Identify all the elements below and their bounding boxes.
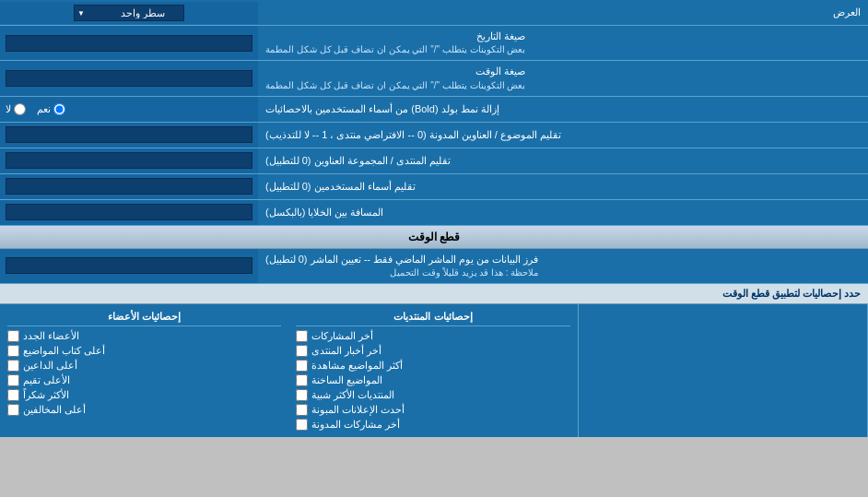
date-format-row: صيغة التاريخ بعض التكوينات يتطلب "/" الت…	[0, 26, 868, 61]
checkboxes-grid: إحصائيات المنتديات أخر المشاركات أخر أخب…	[0, 304, 868, 437]
time-format-input[interactable]: H:i	[6, 70, 252, 87]
checkbox-hot-topics[interactable]	[296, 374, 308, 386]
display-label: العرض	[258, 3, 868, 22]
checkboxes-col-forums: إحصائيات المنتديات أخر المشاركات أخر أخب…	[288, 304, 578, 437]
subject-align-row: تقليم الموضوع / العناوين المدونة (0 -- ا…	[0, 123, 868, 148]
bold-remove-label: إزالة نمط بولد (Bold) من أسماء المستخدمي…	[258, 97, 868, 122]
bold-remove-input-cell: نعم لا	[0, 97, 258, 122]
forum-align-input[interactable]: 33	[6, 152, 252, 169]
checkbox-label[interactable]: أخر المشاركات	[311, 330, 373, 342]
checkbox-item: الأعضاء الجدد	[7, 330, 281, 342]
username-align-input-cell: 0	[0, 174, 258, 199]
radio-yes-label[interactable]: نعم	[37, 103, 65, 115]
subject-align-input-cell: 33	[0, 123, 258, 148]
date-format-input[interactable]: d-m	[6, 35, 252, 52]
username-align-input[interactable]: 0	[6, 178, 252, 195]
date-format-label: صيغة التاريخ بعض التكوينات يتطلب "/" الت…	[258, 26, 868, 60]
checkbox-item: الأكثر شكراً	[7, 389, 281, 401]
checkbox-new-members[interactable]	[7, 330, 19, 342]
bold-remove-row: إزالة نمط بولد (Bold) من أسماء المستخدمي…	[0, 97, 868, 123]
checkbox-last-posts[interactable]	[296, 330, 308, 342]
forum-align-row: تقليم المنتدى / المجموعة العناوين (0 للت…	[0, 148, 868, 174]
display-row: العرض سطر واحد سطرين ثلاثة أسطر	[0, 0, 868, 26]
username-align-label: تقليم أسماء المستخدمين (0 للتطبيل)	[258, 174, 868, 199]
checkbox-item: المنتديات الأكثر شبية	[296, 389, 569, 401]
checkbox-label[interactable]: الأعضاء الجدد	[23, 330, 79, 342]
checkbox-label[interactable]: أعلى المخالفين	[23, 404, 86, 416]
stats-header: حدد إحصاليات لتطبيق قطع الوقت	[0, 284, 868, 304]
radio-no[interactable]	[14, 103, 26, 115]
checkbox-latest-announcements[interactable]	[296, 404, 308, 416]
checkboxes-col-members: إحصائيات الأعضاء الأعضاء الجدد أعلى كتاب…	[0, 304, 288, 437]
cell-spacing-input-cell: 2	[0, 200, 258, 225]
checkbox-label[interactable]: أحدث الإعلانات المبونة	[311, 404, 405, 416]
date-format-input-cell: d-m	[0, 26, 258, 60]
checkbox-most-thanked[interactable]	[7, 389, 19, 401]
display-input-cell: سطر واحد سطرين ثلاثة أسطر	[0, 2, 258, 24]
checkbox-top-violators[interactable]	[7, 404, 19, 416]
checkbox-blog-posts[interactable]	[296, 419, 308, 431]
radio-yes[interactable]	[53, 103, 65, 115]
checkbox-label[interactable]: الأعلى تقيم	[23, 374, 70, 386]
checkbox-label[interactable]: أخر أخبار المنتدى	[311, 345, 381, 357]
checkbox-most-active-forums[interactable]	[296, 389, 308, 401]
forum-align-input-cell: 33	[0, 148, 258, 173]
checkbox-item: أكثر المواضيع مشاهدة	[296, 360, 569, 372]
cell-spacing-row: المسافة بين الخلايا (بالبكسل) 2	[0, 200, 868, 226]
cell-spacing-input[interactable]: 2	[6, 204, 252, 220]
checkbox-label[interactable]: أعلى الداعين	[23, 360, 77, 372]
checkbox-item: المواضيع الساخنة	[296, 374, 569, 386]
subject-align-input[interactable]: 33	[6, 126, 252, 143]
checkbox-item: أخر المشاركات	[296, 330, 569, 342]
cutoff-label: فرز البيانات من يوم الماشر الماضي فقط --…	[258, 249, 868, 283]
checkbox-item: الأعلى تقيم	[7, 374, 281, 386]
subject-align-label: تقليم الموضوع / العناوين المدونة (0 -- ا…	[258, 123, 868, 148]
display-select[interactable]: سطر واحد سطرين ثلاثة أسطر	[74, 5, 184, 21]
display-select-wrapper: سطر واحد سطرين ثلاثة أسطر	[74, 5, 184, 21]
checkbox-top-writers[interactable]	[7, 345, 19, 357]
col-members-header: إحصائيات الأعضاء	[7, 308, 281, 326]
main-container: العرض سطر واحد سطرين ثلاثة أسطر صيغة الت…	[0, 0, 868, 437]
checkbox-label[interactable]: المنتديات الأكثر شبية	[311, 389, 394, 401]
checkbox-label[interactable]: أكثر المواضيع مشاهدة	[311, 360, 403, 372]
radio-no-label[interactable]: لا	[6, 103, 26, 115]
checkbox-top-inviters[interactable]	[7, 360, 19, 372]
time-format-label: صيغة الوقت بعض التكوينات يتطلب "/" التي …	[258, 61, 868, 95]
username-align-row: تقليم أسماء المستخدمين (0 للتطبيل) 0	[0, 174, 868, 200]
checkbox-label[interactable]: أخر مشاركات المدونة	[311, 419, 400, 431]
cutoff-input[interactable]: 0	[6, 257, 252, 274]
col-forums-header: إحصائيات المنتديات	[296, 308, 569, 326]
checkbox-item: أحدث الإعلانات المبونة	[296, 404, 569, 416]
time-format-input-cell: H:i	[0, 61, 258, 95]
checkbox-label[interactable]: أعلى كتاب المواضيع	[23, 345, 105, 357]
checkbox-item: أخر أخبار المنتدى	[296, 345, 569, 357]
cutoff-section-header: قطع الوقت	[0, 226, 868, 249]
checkbox-item: أعلى المخالفين	[7, 404, 281, 416]
time-format-row: صيغة الوقت بعض التكوينات يتطلب "/" التي …	[0, 61, 868, 96]
cutoff-input-cell: 0	[0, 249, 258, 283]
checkbox-item: أعلى كتاب المواضيع	[7, 345, 281, 357]
checkboxes-col-empty	[579, 304, 868, 437]
cutoff-row: فرز البيانات من يوم الماشر الماضي فقط --…	[0, 249, 868, 284]
checkbox-forum-news[interactable]	[296, 345, 308, 357]
forum-align-label: تقليم المنتدى / المجموعة العناوين (0 للت…	[258, 148, 868, 173]
checkbox-item: أعلى الداعين	[7, 360, 281, 372]
cell-spacing-label: المسافة بين الخلايا (بالبكسل)	[258, 200, 868, 225]
checkbox-top-rated[interactable]	[7, 374, 19, 386]
checkbox-label[interactable]: المواضيع الساخنة	[311, 374, 382, 386]
checkbox-item: أخر مشاركات المدونة	[296, 419, 569, 431]
checkbox-label[interactable]: الأكثر شكراً	[23, 389, 69, 401]
checkbox-most-viewed[interactable]	[296, 360, 308, 372]
